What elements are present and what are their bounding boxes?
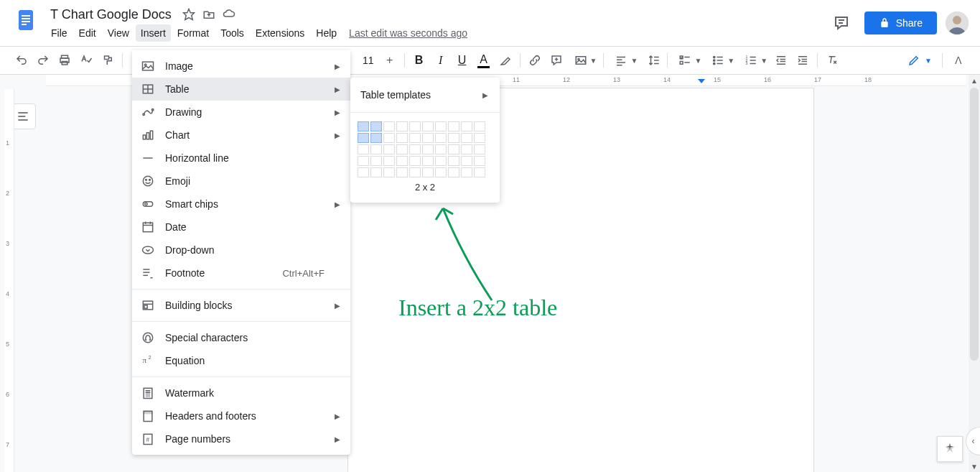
grid-cell[interactable]: [422, 144, 434, 154]
table-size-grid[interactable]: 2 x 2: [350, 117, 500, 198]
insert-equation[interactable]: π2Equation: [132, 349, 350, 372]
bulleted-list-button[interactable]: ▼: [705, 52, 737, 69]
editing-mode-button[interactable]: ▼: [903, 51, 936, 70]
menu-format[interactable]: Format: [172, 24, 214, 42]
grid-cell[interactable]: [474, 121, 485, 131]
spellcheck-button[interactable]: [76, 50, 96, 70]
grid-cell[interactable]: [474, 144, 485, 154]
add-comment-button[interactable]: [546, 50, 566, 70]
highlight-button[interactable]: [495, 50, 515, 70]
grid-cell[interactable]: [474, 167, 485, 177]
grid-cell[interactable]: [358, 144, 369, 154]
menu-edit[interactable]: Edit: [74, 24, 101, 42]
hide-menus-button[interactable]: ᐱ: [948, 50, 969, 70]
grid-cell[interactable]: [409, 144, 421, 154]
document-title[interactable]: T Chart Google Docs: [46, 6, 176, 24]
font-size-value[interactable]: 11: [358, 55, 378, 66]
insert-footnote[interactable]: FootnoteCtrl+Alt+F: [132, 262, 350, 284]
grid-cell[interactable]: [422, 121, 434, 131]
line-spacing-button[interactable]: [641, 52, 663, 69]
star-icon[interactable]: [182, 7, 196, 22]
insert-building-blocks[interactable]: Building blocks▶: [132, 294, 350, 317]
menu-view[interactable]: View: [103, 24, 134, 42]
account-avatar[interactable]: [946, 11, 969, 34]
checklist-button[interactable]: ▼: [672, 52, 704, 69]
grid-cell[interactable]: [448, 144, 459, 154]
insert-image-button[interactable]: ▼: [568, 52, 599, 69]
grid-cell[interactable]: [396, 144, 408, 154]
grid-cell[interactable]: [358, 156, 369, 166]
insert-smart-chips[interactable]: Smart chips▶: [132, 193, 350, 216]
grid-cell[interactable]: [435, 121, 447, 131]
grid-cell[interactable]: [383, 133, 395, 143]
grid-cell[interactable]: [383, 144, 395, 154]
grid-cell[interactable]: [448, 121, 459, 131]
numbered-list-button[interactable]: 123▼: [738, 52, 770, 69]
grid-cell[interactable]: [474, 156, 485, 166]
grid-cell[interactable]: [461, 144, 472, 154]
grid-cell[interactable]: [422, 133, 434, 143]
scroll-thumb[interactable]: [970, 88, 979, 361]
insert-page-numbers[interactable]: #Page numbers▶: [132, 427, 350, 450]
grid-cell[interactable]: [448, 167, 459, 177]
last-edit-link[interactable]: Last edit was seconds ago: [349, 27, 467, 39]
grid-cell[interactable]: [409, 121, 421, 131]
grid-cell[interactable]: [383, 167, 395, 177]
align-button[interactable]: ▼: [608, 52, 640, 69]
paint-format-button[interactable]: [98, 50, 118, 70]
menu-insert[interactable]: Insert: [136, 24, 171, 42]
menu-help[interactable]: Help: [311, 24, 342, 42]
insert-image[interactable]: Image▶: [132, 55, 350, 78]
grid-cell[interactable]: [396, 167, 408, 177]
grid-cell[interactable]: [370, 144, 382, 154]
table-templates-item[interactable]: Table templates ▶: [350, 82, 500, 108]
grid-cell[interactable]: [396, 133, 408, 143]
grid-cell[interactable]: [383, 121, 395, 131]
insert-table[interactable]: Table▶: [132, 78, 350, 101]
text-color-button[interactable]: A: [474, 50, 494, 70]
scroll-down-arrow[interactable]: ▼: [969, 461, 980, 472]
grid-cell[interactable]: [461, 121, 472, 131]
underline-button[interactable]: U: [452, 50, 472, 70]
grid-cell[interactable]: [461, 156, 472, 166]
insert-date[interactable]: Date: [132, 216, 350, 239]
grid-cell[interactable]: [396, 156, 408, 166]
grid-cell[interactable]: [448, 156, 459, 166]
grid-cell[interactable]: [370, 156, 382, 166]
grid-cell[interactable]: [358, 121, 369, 131]
italic-button[interactable]: I: [431, 50, 451, 70]
insert-link-button[interactable]: [525, 50, 545, 70]
redo-button[interactable]: [33, 50, 53, 70]
scroll-up-arrow[interactable]: ▲: [969, 75, 980, 86]
insert-special-characters[interactable]: Special characters: [132, 326, 350, 349]
insert-drop-down[interactable]: Drop-down: [132, 239, 350, 262]
vertical-scrollbar[interactable]: ▲ ▼: [969, 75, 980, 472]
insert-chart[interactable]: Chart▶: [132, 124, 350, 147]
grid-cell[interactable]: [358, 133, 369, 143]
increase-indent-button[interactable]: [793, 50, 813, 70]
grid-cell[interactable]: [461, 133, 472, 143]
decrease-indent-button[interactable]: [771, 50, 791, 70]
insert-horizontal-line[interactable]: Horizontal line: [132, 147, 350, 170]
insert-emoji[interactable]: Emoji: [132, 170, 350, 193]
share-button[interactable]: Share: [864, 11, 937, 34]
grid-cell[interactable]: [396, 121, 408, 131]
grid-cell[interactable]: [383, 156, 395, 166]
grid-cell[interactable]: [370, 121, 382, 131]
cloud-status-icon[interactable]: [222, 7, 236, 22]
grid-cell[interactable]: [409, 167, 421, 177]
comment-history-icon[interactable]: [827, 9, 856, 37]
insert-watermark[interactable]: Watermark: [132, 381, 350, 404]
grid-cell[interactable]: [409, 133, 421, 143]
undo-button[interactable]: [11, 50, 32, 70]
insert-headers-and-footers[interactable]: Headers and footers▶: [132, 404, 350, 427]
insert-drawing[interactable]: Drawing▶: [132, 101, 350, 124]
grid-cell[interactable]: [358, 167, 369, 177]
grid-cell[interactable]: [435, 167, 447, 177]
grid-cell[interactable]: [461, 167, 472, 177]
grid-cell[interactable]: [435, 133, 447, 143]
menu-tools[interactable]: Tools: [215, 24, 249, 42]
increase-font-button[interactable]: +: [380, 50, 400, 70]
grid-cell[interactable]: [409, 156, 421, 166]
grid-cell[interactable]: [422, 156, 434, 166]
